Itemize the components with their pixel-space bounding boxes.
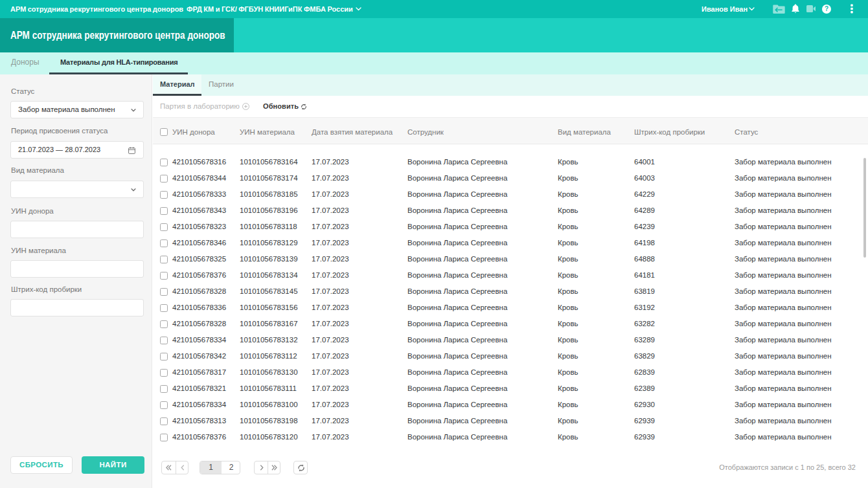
svg-text:?: ?	[825, 5, 828, 12]
